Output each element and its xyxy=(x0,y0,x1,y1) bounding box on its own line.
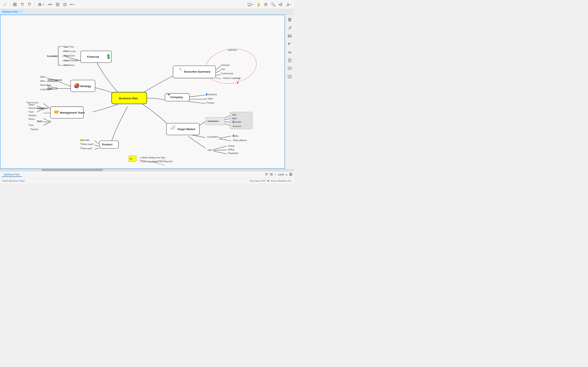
svg-line-25 xyxy=(280,5,281,5)
when-label: When xyxy=(40,76,46,78)
sidebar-brush-icon[interactable] xyxy=(286,25,293,31)
tab-close-button[interactable]: × xyxy=(19,11,20,13)
unique-usp-label: Unique xyxy=(228,145,234,147)
competitors-label: Competitors xyxy=(207,136,218,138)
sidebar-text-icon[interactable]: Aa xyxy=(286,49,293,55)
svg-line-56 xyxy=(215,150,227,150)
exec-summary-icon: 🔍 xyxy=(179,68,182,71)
filter-icon[interactable] xyxy=(265,173,268,176)
status-right: Auto Save: OFF Anne's MacBook Pro xyxy=(250,180,292,182)
idea-button[interactable]: 💡 xyxy=(255,1,262,8)
scrollbar-thumb[interactable] xyxy=(42,169,103,171)
how-used-label: How used? xyxy=(82,147,92,150)
svg-line-37 xyxy=(216,75,220,75)
skills-label: Skills xyxy=(37,120,43,123)
svg-rect-92 xyxy=(288,19,291,20)
small-yellow-box: ⊞ xyxy=(130,158,132,160)
sidebar-list-icon[interactable] xyxy=(286,16,293,23)
svg-rect-109 xyxy=(290,173,292,175)
svg-point-7 xyxy=(52,4,52,5)
gender-label: Gender xyxy=(234,121,241,123)
canvas-area[interactable]: Summary Cash Flow Profit & Loss Break Ev… xyxy=(0,15,285,169)
office-label: Office xyxy=(208,98,213,100)
more-button[interactable]: ••• xyxy=(69,1,76,8)
svg-line-45 xyxy=(189,136,206,148)
status-bar: Sheet (Business Plan) Auto Save: OFF Ann… xyxy=(0,178,294,184)
svg-point-94 xyxy=(290,26,291,27)
svg-point-108 xyxy=(271,174,272,175)
what-label: What xyxy=(40,80,45,82)
who-cust-label: Who xyxy=(232,114,237,116)
sidebar-chat-icon[interactable] xyxy=(286,65,293,72)
svg-point-6 xyxy=(48,4,49,5)
unique-label: Unique xyxy=(208,102,214,104)
mgmt-team-label: Management Team xyxy=(60,111,85,114)
achievements-label: Achievements xyxy=(48,79,62,81)
toolbar-right: 💡 🔍 xyxy=(247,1,292,8)
layout-button[interactable] xyxy=(263,1,269,8)
important-label: Important xyxy=(228,49,237,51)
home-button[interactable]: ⌂ xyxy=(2,1,8,8)
proposition-label: Proposition xyxy=(228,152,238,154)
sheet-tab-bar: Business Plan − 100% + xyxy=(0,171,294,178)
svg-line-38 xyxy=(216,78,220,79)
svg-rect-1 xyxy=(14,3,16,4)
sidebar-doc-icon[interactable] xyxy=(286,57,293,64)
financial-node-label: Financial xyxy=(87,55,99,58)
eye-icon[interactable] xyxy=(270,173,273,176)
horizontal-scrollbar[interactable] xyxy=(0,169,294,171)
svg-line-73 xyxy=(43,118,49,121)
print-button[interactable] xyxy=(36,1,46,8)
svg-line-52 xyxy=(221,136,231,138)
sidebar-check-icon[interactable] xyxy=(286,73,293,80)
svg-rect-91 xyxy=(288,18,291,19)
when-used-label: When used? xyxy=(82,143,94,145)
user-name: Anne's MacBook Pro xyxy=(271,180,292,182)
short-team-label: Short Team xyxy=(40,84,51,86)
svg-line-36 xyxy=(216,71,220,73)
svg-rect-106 xyxy=(288,75,291,78)
export-button[interactable] xyxy=(285,1,292,8)
present-button[interactable] xyxy=(247,1,254,8)
auto-save-status: Auto Save: OFF xyxy=(250,180,266,182)
comp-who-label: Who xyxy=(234,135,239,137)
product-label: Product xyxy=(102,143,113,146)
sidebar-flag-icon[interactable] xyxy=(286,41,293,47)
business-plan-sheet-tab[interactable]: Business Plan xyxy=(2,173,22,177)
capital-needed-label: Capital Needed xyxy=(64,59,79,62)
track-record-label: Track record xyxy=(26,101,38,104)
svg-rect-5 xyxy=(39,5,41,6)
svg-line-58 xyxy=(56,81,71,86)
fit-button[interactable] xyxy=(289,173,292,176)
zoom-in-button[interactable]: + xyxy=(286,173,287,176)
exp-partners-label: Partners xyxy=(28,107,36,109)
predictions-label: Predictions xyxy=(64,64,75,66)
exec-summary-label: Executive Summary xyxy=(184,70,210,73)
share-button[interactable] xyxy=(277,1,284,8)
sidebar-image-icon[interactable] xyxy=(286,33,293,39)
svg-line-57 xyxy=(215,151,227,154)
save-button[interactable] xyxy=(12,1,18,8)
vc-info-icon: ℹ xyxy=(221,77,222,79)
status-dot xyxy=(268,180,269,182)
svg-line-55 xyxy=(215,146,227,149)
zoom-out-button[interactable]: − xyxy=(275,173,276,176)
undo-button[interactable] xyxy=(19,1,26,8)
search-button[interactable]: 🔍 xyxy=(270,1,277,8)
break-even-label: Break Even xyxy=(64,55,75,57)
svg-point-72 xyxy=(49,121,51,122)
target-market-label: Target Market xyxy=(177,128,195,131)
tab-label: Business Plan xyxy=(2,10,18,13)
business-plan-tab[interactable]: Business Plan × xyxy=(0,9,23,15)
sheet-info: Sheet (Business Plan) xyxy=(2,180,25,182)
plans-label: Plans xyxy=(48,87,53,90)
center-node-label: Business Plan xyxy=(119,97,138,100)
table-button[interactable] xyxy=(54,1,61,8)
connect-button[interactable] xyxy=(47,1,53,8)
ages-label: Ages xyxy=(232,117,237,119)
svg-point-54 xyxy=(213,150,215,151)
selling-label: Selling xyxy=(228,149,234,151)
sheet-tab-label: Business Plan xyxy=(4,173,20,176)
note-button[interactable] xyxy=(62,1,68,8)
redo-button[interactable] xyxy=(26,1,33,8)
